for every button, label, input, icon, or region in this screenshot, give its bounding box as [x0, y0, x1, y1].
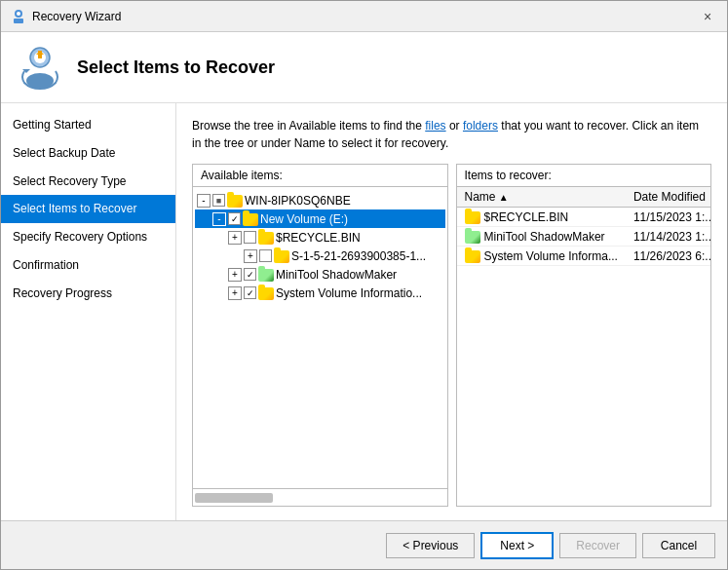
row-name-sysvolinfo: System Volume Informa...: [457, 247, 626, 266]
table-row[interactable]: $RECYCLE.BIN 11/15/2023 1:...: [457, 208, 711, 227]
sidebar-item-backup-date[interactable]: Select Backup Date: [1, 139, 175, 168]
toggle-recycle[interactable]: +: [228, 231, 242, 245]
available-items-panel: Available items: - ■ WIN-8IPK0SQ6NBE: [192, 164, 448, 507]
main-panel: Browse the tree in Available items to fi…: [176, 103, 727, 520]
content-area: Getting Started Select Backup Date Selec…: [1, 103, 727, 520]
toggle-s1521[interactable]: +: [244, 249, 257, 263]
recover-button[interactable]: Recover: [559, 533, 636, 558]
folder-icon-root: [227, 195, 243, 208]
tree-label-s1521: S-1-5-21-2693900385-1...: [291, 249, 426, 263]
checkbox-minitool[interactable]: [244, 268, 256, 281]
files-link[interactable]: files: [425, 119, 445, 133]
col-name-header[interactable]: Name ▲: [457, 187, 626, 208]
table-row[interactable]: System Volume Informa... 11/26/2023 6:..…: [457, 247, 711, 266]
svg-rect-6: [38, 51, 42, 58]
row-folder-icon-recycle: [465, 211, 480, 224]
tree-item-root[interactable]: - ■ WIN-8IPK0SQ6NBE: [195, 191, 445, 209]
header-icon: [17, 44, 63, 91]
tree-label-root: WIN-8IPK0SQ6NBE: [245, 194, 351, 208]
folder-icon-minitool: [258, 269, 274, 282]
row-date-recycle: 11/15/2023 1:...: [626, 208, 710, 227]
panels: Available items: - ■ WIN-8IPK0SQ6NBE: [192, 164, 711, 507]
sidebar-item-confirmation[interactable]: Confirmation: [1, 251, 175, 280]
row-folder-icon-sysvolinfo: [465, 250, 480, 263]
items-table: Name ▲ Date Modified: [457, 187, 711, 266]
sidebar: Getting Started Select Backup Date Selec…: [1, 103, 176, 520]
toggle-root[interactable]: -: [197, 194, 211, 208]
sidebar-item-recovery-type[interactable]: Select Recovery Type: [1, 168, 175, 196]
checkbox-sysvolinfo[interactable]: [244, 286, 256, 299]
sidebar-item-select-items[interactable]: Select Items to Recover: [1, 195, 175, 223]
tree-item-s1521[interactable]: + S-1-5-21-2693900385-1...: [195, 247, 445, 265]
row-name-recycle: $RECYCLE.BIN: [457, 208, 626, 227]
toggle-minitool[interactable]: +: [228, 268, 242, 282]
sidebar-item-recovery-options[interactable]: Specify Recovery Options: [1, 223, 175, 251]
folder-icon-sysvolinfo: [258, 287, 274, 300]
folders-link[interactable]: folders: [463, 119, 498, 133]
title-bar-left: Recovery Wizard: [11, 9, 121, 24]
title-bar: Recovery Wizard ×: [1, 1, 727, 32]
row-name-minitool: MiniTool ShadowMaker: [457, 227, 626, 247]
toggle-sysvolinfo[interactable]: +: [228, 286, 242, 300]
tree-item-sysvolinfo[interactable]: + System Volume Informatio...: [195, 284, 445, 302]
close-button[interactable]: ×: [698, 7, 717, 26]
previous-button[interactable]: < Previous: [386, 533, 475, 558]
footer: < Previous Next > Recover Cancel: [1, 520, 727, 569]
tree-item-vol-e[interactable]: - New Volume (E:): [195, 209, 445, 228]
recover-items-panel: Items to recover: Name ▲ Date Modified: [456, 164, 712, 507]
table-row[interactable]: MiniTool ShadowMaker 11/14/2023 1:...: [457, 227, 711, 247]
available-panel-footer: [193, 488, 447, 506]
cancel-button[interactable]: Cancel: [642, 533, 715, 558]
checkbox-vol-e[interactable]: [228, 212, 241, 225]
row-date-sysvolinfo: 11/26/2023 6:...: [626, 247, 710, 266]
header: Select Items to Recover: [1, 32, 727, 103]
svg-rect-1: [14, 19, 23, 23]
tree-item-minitool[interactable]: + MiniTool ShadowMaker: [195, 265, 445, 284]
checkbox-s1521[interactable]: [259, 249, 272, 262]
sidebar-item-getting-started[interactable]: Getting Started: [1, 111, 175, 139]
svg-point-2: [17, 12, 20, 16]
col-date-header[interactable]: Date Modified: [626, 187, 710, 208]
toggle-vol-e[interactable]: -: [212, 212, 226, 226]
sidebar-item-recovery-progress[interactable]: Recovery Progress: [1, 280, 175, 308]
folder-icon-recycle: [258, 232, 274, 245]
instruction-text: Browse the tree in Available items to fi…: [192, 117, 711, 152]
tree-label-recycle: $RECYCLE.BIN: [276, 231, 361, 245]
available-panel-header: Available items:: [193, 165, 447, 187]
tree-label-sysvolinfo: System Volume Informatio...: [276, 286, 422, 300]
available-panel-content[interactable]: - ■ WIN-8IPK0SQ6NBE - New Vo: [193, 187, 447, 488]
recover-panel-content[interactable]: Name ▲ Date Modified: [457, 187, 711, 506]
table-header-row: Name ▲ Date Modified: [457, 187, 711, 208]
row-folder-icon-minitool: [465, 231, 480, 244]
header-title: Select Items to Recover: [77, 57, 275, 78]
wizard-icon: [11, 9, 26, 24]
folder-icon-s1521: [274, 250, 289, 263]
recovery-wizard-dialog: Recovery Wizard × Select Items to Recove…: [0, 0, 728, 570]
horizontal-scrollbar[interactable]: [195, 493, 273, 503]
recover-panel-header: Items to recover:: [457, 165, 711, 187]
tree-label-minitool: MiniTool ShadowMaker: [276, 268, 397, 282]
row-date-minitool: 11/14/2023 1:...: [626, 227, 710, 247]
tree-item-recycle[interactable]: + $RECYCLE.BIN: [195, 228, 445, 247]
tree-label-vol-e: New Volume (E:): [260, 212, 348, 226]
title-bar-title: Recovery Wizard: [32, 10, 121, 23]
folder-icon-vol-e: [243, 213, 258, 226]
checkbox-recycle[interactable]: [244, 231, 256, 244]
checkbox-root[interactable]: ■: [212, 194, 225, 207]
next-button[interactable]: Next >: [480, 532, 554, 559]
